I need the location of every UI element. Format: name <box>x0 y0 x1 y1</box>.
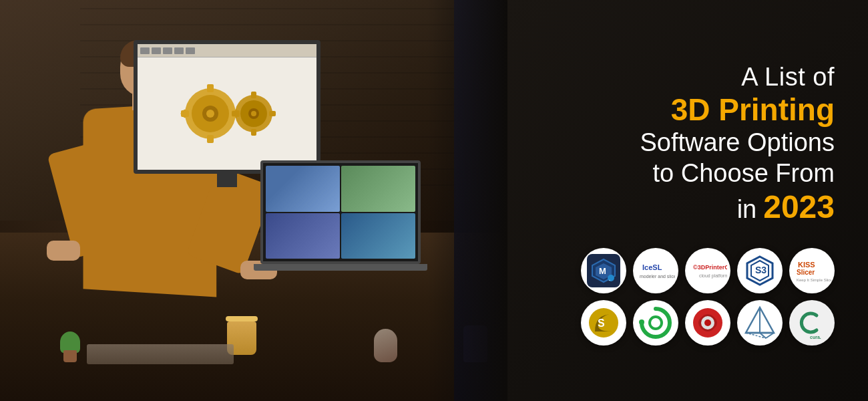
logo-cura-final: cura. <box>789 300 835 346</box>
svg-text:cloud platform: cloud platform <box>699 273 727 279</box>
logo-kisslicer: KISS Slicer Keep It Simple Slicer <box>789 248 835 293</box>
plant-pot <box>63 350 77 362</box>
laptop-tile-2 <box>341 166 415 212</box>
banner-container: A List of 3D Printing Software Options t… <box>0 0 868 401</box>
logo-icesl: IceSL modeler and slicer <box>633 248 678 293</box>
logo-meshmixer: M . <box>581 248 626 293</box>
laptop <box>260 160 421 281</box>
headline-line3: Software Options <box>640 128 835 158</box>
svg-rect-15 <box>251 129 256 136</box>
svg-point-3 <box>206 110 214 118</box>
svg-text:Keep It Simple Slicer: Keep It Simple Slicer <box>797 278 831 282</box>
logo-craftware <box>685 300 730 346</box>
logo-simplify3d-orange: S <box>581 300 626 346</box>
laptop-tile-1 <box>266 166 340 212</box>
headline-year-line: in 2023 <box>640 188 835 225</box>
svg-rect-16 <box>232 111 238 116</box>
logo-3dprinteros: ©3DPrinterOS cloud platform <box>685 248 730 293</box>
laptop-screen <box>260 160 421 264</box>
svg-text:modeler and slicer: modeler and slicer <box>640 274 675 279</box>
logo-cura-swirl <box>633 300 678 346</box>
curtain <box>454 0 507 401</box>
meshmixer-inner: M . <box>587 254 620 287</box>
logo-simplify3d-hex: S3 <box>737 248 783 293</box>
svg-point-13 <box>251 111 256 116</box>
svg-text:©3DPrinterOS: ©3DPrinterOS <box>693 264 727 271</box>
headline-in: in <box>737 195 757 224</box>
keyboard <box>87 344 234 364</box>
svg-text:Slicer: Slicer <box>797 269 815 276</box>
svg-text:KISS: KISS <box>798 261 815 269</box>
cad-btn-4 <box>174 47 184 54</box>
headline-line2: 3D Printing <box>640 92 835 128</box>
svg-rect-5 <box>207 135 214 143</box>
svg-text:.: . <box>609 277 610 281</box>
mouse <box>374 329 397 362</box>
laptop-base <box>254 264 427 271</box>
svg-rect-17 <box>269 111 276 116</box>
svg-text:M: M <box>599 266 606 276</box>
headline: A List of 3D Printing Software Options t… <box>640 62 835 226</box>
monitor-stand <box>217 174 237 187</box>
svg-point-46 <box>704 319 711 326</box>
photo-side <box>0 0 507 401</box>
screen-content <box>138 44 316 170</box>
cad-btn-3 <box>163 47 172 54</box>
svg-text:S3: S3 <box>755 265 767 275</box>
headline-year: 2023 <box>763 188 835 225</box>
logo-slic3r <box>737 300 783 346</box>
svg-text:IceSL: IceSL <box>642 263 662 271</box>
headline-line4: to Choose From <box>640 158 835 189</box>
svg-rect-4 <box>207 84 214 92</box>
cad-viewport <box>138 57 316 170</box>
cup-lid <box>226 316 258 321</box>
laptop-tile-3 <box>266 213 340 259</box>
cad-btn-5 <box>186 47 195 54</box>
cad-btn-2 <box>152 47 161 54</box>
plant <box>60 332 80 362</box>
svg-point-42 <box>639 319 644 325</box>
logos-grid: M . IceSL modeler and slicer ©3D <box>581 248 835 346</box>
monitor-screen <box>134 40 320 174</box>
cad-toolbar <box>138 44 316 57</box>
hand-left <box>47 241 80 261</box>
svg-text:cura.: cura. <box>810 335 821 340</box>
laptop-tile-4 <box>341 213 415 259</box>
text-side: A List of 3D Printing Software Options t… <box>507 0 868 401</box>
headline-line1: A List of <box>640 62 835 93</box>
svg-rect-26 <box>688 251 727 290</box>
cad-btn-1 <box>140 47 150 54</box>
gear-svg <box>167 67 287 160</box>
svg-rect-14 <box>251 92 256 98</box>
svg-text:S: S <box>598 317 605 329</box>
